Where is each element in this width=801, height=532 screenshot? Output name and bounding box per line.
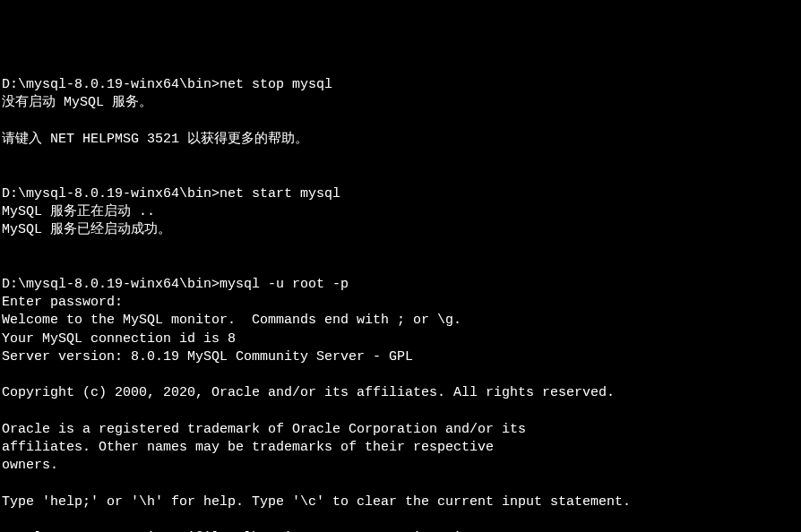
terminal-blank-line bbox=[2, 511, 799, 529]
terminal-output-line: 请键入 NET HELPMSG 3521 以获得更多的帮助。 bbox=[2, 131, 799, 149]
terminal-window[interactable]: D:\mysql-8.0.19-winx64\bin>net stop mysq… bbox=[2, 76, 799, 532]
terminal-blank-line bbox=[2, 476, 799, 493]
terminal-command: net stop mysql bbox=[220, 77, 332, 92]
terminal-prompt: D:\mysql-8.0.19-winx64\bin> bbox=[2, 186, 220, 202]
terminal-blank-line bbox=[2, 113, 799, 131]
terminal-output-line: MySQL 服务正在启动 .. bbox=[2, 203, 799, 221]
terminal-output-line: affiliates. Other names may be trademark… bbox=[2, 439, 799, 457]
terminal-command: net start mysql bbox=[220, 186, 340, 202]
terminal-output-line: owners. bbox=[2, 457, 799, 475]
terminal-blank-line bbox=[2, 366, 799, 384]
terminal-output-line: Oracle is a registered trademark of Orac… bbox=[2, 421, 799, 439]
terminal-output-line: Server version: 8.0.19 MySQL Community S… bbox=[2, 348, 799, 366]
terminal-output-line: MySQL 服务已经启动成功。 bbox=[2, 221, 799, 239]
terminal-blank-line bbox=[2, 149, 799, 167]
terminal-prompt: D:\mysql-8.0.19-winx64\bin> bbox=[2, 277, 220, 292]
terminal-output-line: Enter password: bbox=[2, 294, 799, 312]
terminal-command-line: D:\mysql-8.0.19-winx64\bin>net start mys… bbox=[2, 185, 799, 203]
terminal-output-line: 没有启动 MySQL 服务。 bbox=[2, 94, 799, 112]
terminal-command: mysql -u root -p bbox=[220, 277, 349, 292]
terminal-blank-line bbox=[2, 239, 799, 257]
terminal-command-line: D:\mysql-8.0.19-winx64\bin>net stop mysq… bbox=[2, 76, 799, 94]
terminal-blank-line bbox=[2, 403, 799, 421]
terminal-prompt: D:\mysql-8.0.19-winx64\bin> bbox=[2, 77, 220, 92]
terminal-output-line: Copyright (c) 2000, 2020, Oracle and/or … bbox=[2, 384, 799, 402]
terminal-output-line: Welcome to the MySQL monitor. Commands e… bbox=[2, 312, 799, 330]
terminal-blank-line bbox=[2, 258, 799, 276]
terminal-command-line: D:\mysql-8.0.19-winx64\bin>mysql -u root… bbox=[2, 276, 799, 294]
terminal-blank-line bbox=[2, 167, 799, 184]
terminal-output-line: Your MySQL connection id is 8 bbox=[2, 330, 799, 348]
terminal-output-line: Type 'help;' or '\h' for help. Type '\c'… bbox=[2, 493, 799, 511]
